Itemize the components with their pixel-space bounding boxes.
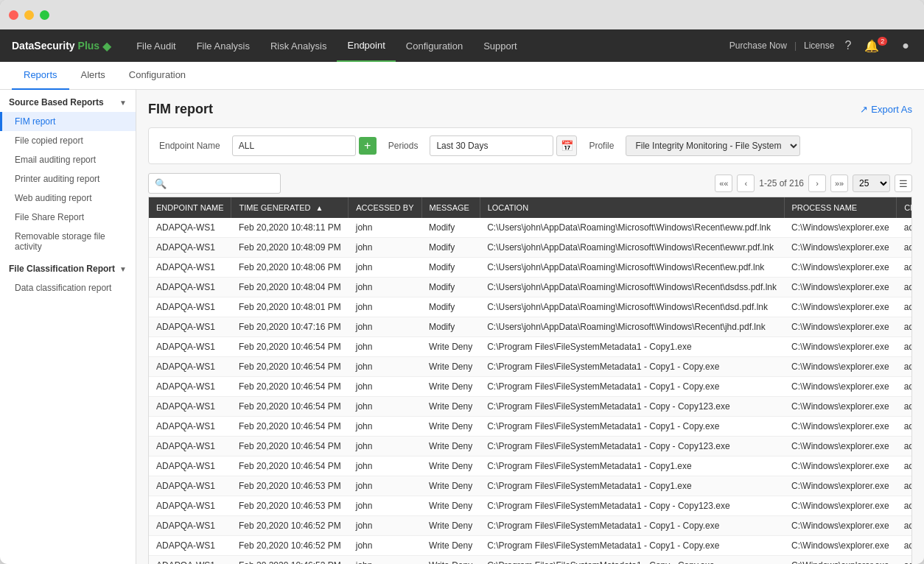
- table-row[interactable]: ADAPQA-WS1Feb 20,2020 10:46:52 PMjohnWri…: [149, 516, 912, 536]
- cell-message: Modify: [421, 297, 480, 317]
- subnav-alerts[interactable]: Alerts: [69, 62, 117, 90]
- table-row[interactable]: ADAPQA-WS1Feb 20,2020 10:47:16 PMjohnMod…: [149, 317, 912, 337]
- table-row[interactable]: ADAPQA-WS1Feb 20,2020 10:48:11 PMjohnMod…: [149, 218, 912, 238]
- table-row[interactable]: ADAPQA-WS1Feb 20,2020 10:46:52 PMjohnWri…: [149, 536, 912, 556]
- col-client-host[interactable]: CLIENT HOST: [897, 197, 912, 218]
- nav-support[interactable]: Support: [473, 29, 528, 62]
- close-button[interactable]: [9, 10, 18, 20]
- cell-endpoint: ADAPQA-WS1: [149, 357, 231, 377]
- col-message[interactable]: MESSAGE: [421, 197, 480, 218]
- nav-endpoint[interactable]: Endpoint: [337, 29, 395, 62]
- nav-file-analysis[interactable]: File Analysis: [186, 29, 260, 62]
- maximize-button[interactable]: [40, 10, 49, 20]
- subnav-configuration[interactable]: Configuration: [117, 62, 197, 90]
- subnav-reports[interactable]: Reports: [12, 62, 69, 90]
- calendar-button[interactable]: 📅: [556, 135, 577, 156]
- profile-select[interactable]: File Integrity Monitoring - File System: [626, 135, 800, 156]
- cell-time: Feb 20,2020 10:46:54 PM: [231, 437, 349, 457]
- cell-client: adapqa-ws1: [897, 437, 912, 457]
- periods-input[interactable]: [430, 135, 553, 156]
- sidebar-item-fim-report[interactable]: FIM report: [0, 112, 136, 131]
- col-endpoint-name[interactable]: ENDPOINT NAME: [149, 197, 231, 218]
- last-page-button[interactable]: »»: [830, 175, 848, 192]
- sidebar-item-data-classification[interactable]: Data classification report: [0, 278, 136, 297]
- cell-accessed_by: john: [349, 476, 421, 496]
- sidebar-item-file-share[interactable]: File Share Report: [0, 208, 136, 227]
- filters-row: Endpoint Name + Periods 📅 Profile File I…: [148, 127, 912, 164]
- cell-client: adapqa-ws1: [897, 536, 912, 556]
- table-row[interactable]: ADAPQA-WS1Feb 20,2020 10:46:52 PMjohnWri…: [149, 556, 912, 565]
- cell-message: Modify: [421, 317, 480, 337]
- table-row[interactable]: ADAPQA-WS1Feb 20,2020 10:46:54 PMjohnWri…: [149, 337, 912, 357]
- title-bar: [0, 0, 924, 29]
- cell-time: Feb 20,2020 10:48:11 PM: [231, 218, 349, 238]
- help-icon[interactable]: ?: [841, 39, 854, 52]
- page-size-select[interactable]: 25 50 100: [853, 175, 890, 192]
- column-settings-button[interactable]: ☰: [895, 175, 912, 192]
- sidebar-item-removable-storage[interactable]: Removable storage file activity: [0, 227, 136, 256]
- table-header: ENDPOINT NAME TIME GENERATED ▲ ACCESSED …: [149, 197, 912, 218]
- cell-location: C:\Users\john\AppData\Roaming\Microsoft\…: [480, 258, 784, 278]
- table-row[interactable]: ADAPQA-WS1Feb 20,2020 10:48:01 PMjohnMod…: [149, 297, 912, 317]
- table-row[interactable]: ADAPQA-WS1Feb 20,2020 10:46:54 PMjohnWri…: [149, 417, 912, 437]
- table-row[interactable]: ADAPQA-WS1Feb 20,2020 10:46:54 PMjohnWri…: [149, 357, 912, 377]
- cell-endpoint: ADAPQA-WS1: [149, 457, 231, 476]
- nav-file-audit[interactable]: File Audit: [126, 29, 186, 62]
- table-row[interactable]: ADAPQA-WS1Feb 20,2020 10:46:54 PMjohnWri…: [149, 397, 912, 417]
- license-link[interactable]: License: [804, 40, 834, 51]
- chevron-down-icon-2: ▼: [119, 265, 127, 273]
- cell-accessed_by: john: [349, 278, 421, 297]
- periods-label: Periods: [388, 141, 419, 151]
- table-row[interactable]: ADAPQA-WS1Feb 20,2020 10:48:06 PMjohnMod…: [149, 258, 912, 278]
- user-avatar-icon[interactable]: ●: [899, 39, 912, 52]
- endpoint-name-input[interactable]: [232, 135, 356, 156]
- cell-message: Modify: [421, 218, 480, 238]
- cell-time: Feb 20,2020 10:47:16 PM: [231, 317, 349, 337]
- cell-accessed_by: john: [349, 218, 421, 238]
- table-row[interactable]: ADAPQA-WS1Feb 20,2020 10:48:04 PMjohnMod…: [149, 278, 912, 297]
- table-row[interactable]: ADAPQA-WS1Feb 20,2020 10:46:53 PMjohnWri…: [149, 496, 912, 516]
- search-input[interactable]: [167, 178, 274, 188]
- search-icon: 🔍: [155, 178, 167, 189]
- prev-page-button[interactable]: ‹: [737, 175, 755, 192]
- cell-time: Feb 20,2020 10:46:54 PM: [231, 337, 349, 357]
- first-page-button[interactable]: ««: [715, 175, 732, 192]
- table-row[interactable]: ADAPQA-WS1Feb 20,2020 10:46:54 PMjohnWri…: [149, 437, 912, 457]
- table-row[interactable]: ADAPQA-WS1Feb 20,2020 10:46:53 PMjohnWri…: [149, 476, 912, 496]
- sidebar-item-printer-auditing[interactable]: Printer auditing report: [0, 169, 136, 188]
- cell-location: C:\Program Files\FileSystemMetadata1 - C…: [480, 437, 784, 457]
- next-page-button[interactable]: ›: [808, 175, 826, 192]
- col-time-generated[interactable]: TIME GENERATED ▲: [231, 197, 349, 218]
- export-as-button[interactable]: ↗ Export As: [860, 104, 912, 115]
- file-classification-header[interactable]: File Classification Report ▼: [0, 256, 136, 278]
- col-location[interactable]: LOCATION: [480, 197, 784, 218]
- table-row[interactable]: ADAPQA-WS1Feb 20,2020 10:48:09 PMjohnMod…: [149, 238, 912, 258]
- cell-endpoint: ADAPQA-WS1: [149, 397, 231, 417]
- cell-location: C:\Program Files\FileSystemMetadata1 - C…: [480, 457, 784, 476]
- cell-endpoint: ADAPQA-WS1: [149, 297, 231, 317]
- table-row[interactable]: ADAPQA-WS1Feb 20,2020 10:46:54 PMjohnWri…: [149, 377, 912, 397]
- cell-accessed_by: john: [349, 516, 421, 536]
- top-nav: DataSecurity Plus ◆ File Audit File Anal…: [0, 29, 924, 62]
- sidebar-item-email-auditing[interactable]: Email auditing report: [0, 150, 136, 169]
- minimize-button[interactable]: [24, 10, 34, 20]
- col-process-name[interactable]: PROCESS NAME: [784, 197, 897, 218]
- nav-risk-analysis[interactable]: Risk Analysis: [260, 29, 337, 62]
- pagination-info: 1-25 of 216: [759, 178, 804, 188]
- cell-location: C:\Program Files\FileSystemMetadata1 - C…: [480, 476, 784, 496]
- purchase-now-link[interactable]: Purchase Now: [729, 40, 787, 51]
- col-accessed-by[interactable]: ACCESSED BY: [349, 197, 421, 218]
- cell-endpoint: ADAPQA-WS1: [149, 516, 231, 536]
- sidebar-item-web-auditing[interactable]: Web auditing report: [0, 188, 136, 208]
- table-row[interactable]: ADAPQA-WS1Feb 20,2020 10:46:54 PMjohnWri…: [149, 457, 912, 476]
- data-table: ENDPOINT NAME TIME GENERATED ▲ ACCESSED …: [149, 197, 912, 564]
- nav-configuration[interactable]: Configuration: [396, 29, 473, 62]
- cell-location: C:\Users\john\AppData\Roaming\Microsoft\…: [480, 297, 784, 317]
- cell-message: Write Deny: [421, 397, 480, 417]
- sidebar-item-file-copied[interactable]: File copied report: [0, 131, 136, 150]
- cell-client: adapqa-ws1: [897, 337, 912, 357]
- cell-location: C:\Program Files\FileSystemMetadata1 - C…: [480, 377, 784, 397]
- brand-logo: DataSecurity Plus ◆: [12, 39, 111, 53]
- source-based-reports-header[interactable]: Source Based Reports ▼: [0, 90, 136, 112]
- endpoint-add-button[interactable]: +: [359, 137, 377, 155]
